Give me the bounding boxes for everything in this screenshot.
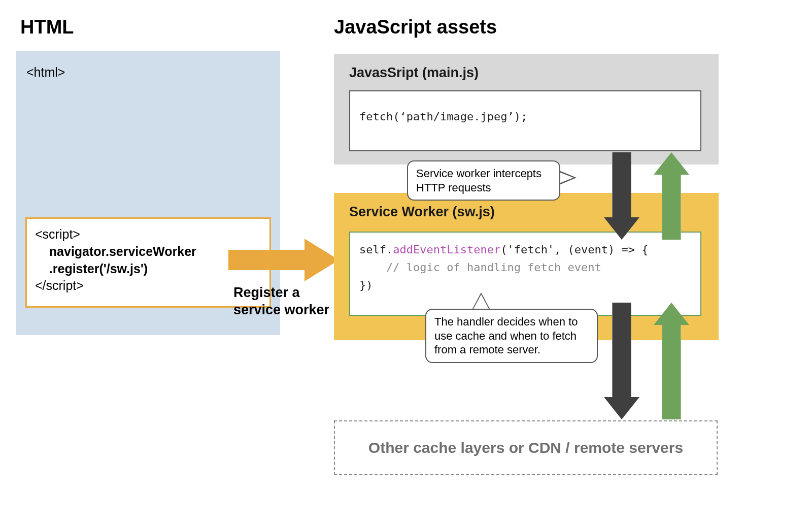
register-arrow-label: Register a service worker bbox=[233, 284, 329, 319]
js-panel-title: JavasSript (main.js) bbox=[349, 65, 479, 81]
js-code: fetch(‘path/image.jpeg’); bbox=[350, 91, 700, 134]
sw-code-box: self.addEventListener('fetch', (event) =… bbox=[349, 232, 701, 316]
js-code-box: fetch(‘path/image.jpeg’); bbox=[349, 90, 701, 151]
remote-servers-box: Other cache layers or CDN / remote serve… bbox=[334, 420, 718, 475]
html-open-tag: <html> bbox=[26, 65, 65, 80]
heading-js-assets: JavaScript assets bbox=[334, 16, 497, 38]
callout-handler: The handler decides when to use cache an… bbox=[425, 309, 598, 363]
heading-html: HTML bbox=[20, 16, 74, 38]
sw-panel-title: Service Worker (sw.js) bbox=[349, 204, 495, 220]
register-arrow-icon bbox=[228, 239, 340, 281]
sw-code: self.addEventListener('fetch', (event) =… bbox=[350, 233, 700, 303]
callout-intercept: Service worker intercepts HTTP requests bbox=[407, 160, 560, 201]
